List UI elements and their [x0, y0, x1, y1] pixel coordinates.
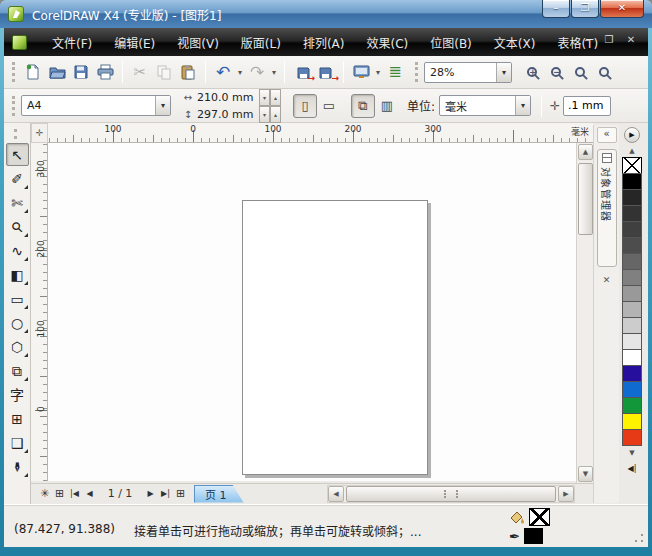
vertical-scroll-thumb[interactable] [578, 163, 593, 235]
paper-height-value[interactable]: 297.0 mm [195, 108, 257, 121]
docker-collapse-button[interactable]: « [597, 127, 617, 143]
menu-item-7[interactable]: 位图(B) [419, 30, 483, 55]
zoom-tool[interactable]: ⚲ [6, 215, 29, 238]
maximize-button[interactable]: ❐ [571, 0, 599, 18]
cut-button[interactable]: ✂ [128, 59, 152, 85]
zoom-combo-dropdown[interactable]: ▾ [496, 63, 511, 82]
color-swatch[interactable] [622, 269, 642, 286]
launcher-dropdown[interactable]: ▾ [373, 59, 383, 85]
shape-tool[interactable]: ✐ [6, 167, 29, 190]
color-swatch[interactable] [622, 253, 642, 270]
landscape-orientation-button[interactable]: ▭ [317, 94, 341, 118]
ruler-origin[interactable]: ✛ [31, 123, 48, 143]
eyedropper-tool[interactable]: ✒ [6, 455, 29, 478]
palette-flyout-button[interactable]: ▶ [624, 127, 640, 143]
ellipse-tool[interactable]: ○ [6, 311, 29, 334]
crop-tool[interactable]: ✄ [6, 191, 29, 214]
add-page-after-button[interactable]: ⊞ [173, 486, 188, 502]
previous-page-button[interactable]: ◀ [82, 486, 97, 502]
vertical-ruler[interactable]: 3002001000 [31, 143, 48, 481]
color-swatch[interactable] [622, 317, 642, 334]
undo-dropdown[interactable]: ▾ [235, 59, 245, 85]
navigator-icon[interactable]: ✳ [37, 486, 52, 502]
menu-item-6[interactable]: 效果(C) [355, 30, 419, 55]
color-swatch[interactable] [622, 365, 642, 382]
scroll-left-button[interactable]: ◀ [328, 486, 344, 502]
save-button[interactable] [69, 59, 93, 85]
page-1-tab[interactable]: 页 1 [194, 485, 244, 503]
paste-button[interactable] [176, 59, 200, 85]
color-swatch[interactable] [622, 413, 642, 430]
units-dropdown[interactable]: ▾ [515, 96, 530, 115]
zoom-out-button[interactable]: − [544, 59, 568, 85]
application-launcher-button[interactable] [349, 59, 373, 85]
paper-size-combobox[interactable]: A4 ▾ [21, 95, 171, 116]
menu-item-2[interactable]: 编辑(E) [103, 30, 166, 55]
width-spin-down[interactable]: ▾ [259, 89, 270, 106]
drawing-canvas[interactable] [48, 143, 576, 481]
open-button[interactable] [45, 59, 69, 85]
pick-tool[interactable]: ↖ [6, 143, 29, 166]
next-page-button[interactable]: ▶ [143, 486, 158, 502]
portrait-orientation-button[interactable]: ▯ [293, 94, 317, 118]
palette-scroll-up-button[interactable]: ▲ [623, 145, 641, 157]
palette-expand-button[interactable]: ◀| [623, 461, 641, 475]
horizontal-scroll-thumb[interactable] [346, 486, 556, 502]
toolbar-grip[interactable] [12, 96, 15, 116]
paper-size-dropdown[interactable]: ▾ [155, 96, 170, 115]
docker-tab-object-manager[interactable]: 对象管理器 [597, 149, 617, 267]
scroll-right-button[interactable]: ▶ [558, 486, 574, 502]
undo-button[interactable]: ↶ [211, 59, 235, 85]
print-button[interactable] [93, 59, 117, 85]
menu-item-1[interactable]: 文件(F) [41, 30, 103, 55]
zoom-in-button[interactable]: + [520, 59, 544, 85]
options-button[interactable]: ≣ [383, 59, 407, 85]
zoom-level-combobox[interactable]: 28% ▾ [424, 62, 512, 83]
height-spin-down[interactable]: ▾ [259, 106, 270, 123]
export-button[interactable]: → [314, 59, 338, 85]
color-swatch[interactable] [622, 301, 642, 318]
last-page-button[interactable]: ▶| [158, 486, 173, 502]
rectangle-tool[interactable]: ▭ [6, 287, 29, 310]
smart-fill-tool[interactable]: ◧ [6, 263, 29, 286]
color-swatch[interactable] [622, 333, 642, 350]
add-page-before-button[interactable]: ⊞ [52, 486, 67, 502]
color-swatch[interactable] [622, 237, 642, 254]
new-document-button[interactable] [21, 59, 45, 85]
vertical-scrollbar[interactable]: ▲ ▼ [576, 143, 593, 483]
height-spin-up[interactable]: ▴ [270, 106, 281, 123]
polygon-tool[interactable]: ⬡ [6, 335, 29, 358]
mdi-close-button[interactable]: ✕ [624, 34, 638, 45]
color-swatch[interactable] [622, 205, 642, 222]
title-bar[interactable]: CorelDRAW X4 (专业版) - [图形1] – ❐ ✕ [0, 0, 652, 28]
color-swatch[interactable] [622, 173, 642, 190]
freehand-tool[interactable]: ∿ [6, 239, 29, 262]
resize-grip[interactable] [634, 533, 644, 543]
color-swatch[interactable] [622, 349, 642, 366]
menu-item-4[interactable]: 版面(L) [230, 30, 292, 55]
mdi-minimize-button[interactable]: – [580, 34, 594, 45]
horizontal-ruler[interactable]: 毫米 1000100200300 [48, 123, 593, 143]
toolbar-grip[interactable] [12, 62, 15, 82]
redo-button[interactable]: ↷ [245, 59, 269, 85]
color-swatch[interactable] [622, 397, 642, 414]
color-swatch[interactable] [622, 221, 642, 238]
table-tool[interactable]: ⊞ [6, 407, 29, 430]
color-swatch[interactable] [622, 429, 642, 446]
scroll-down-button[interactable]: ▼ [578, 466, 593, 482]
no-color-swatch[interactable] [622, 157, 642, 174]
palette-scroll-down-button[interactable]: ▼ [623, 447, 641, 459]
all-pages-button[interactable]: ⧉ [351, 94, 375, 118]
zoom-to-selection-button[interactable] [568, 59, 592, 85]
blend-tool[interactable]: ❑ [6, 431, 29, 454]
color-swatch[interactable] [622, 189, 642, 206]
minimize-button[interactable]: – [542, 0, 570, 18]
color-swatch[interactable] [622, 285, 642, 302]
units-combobox[interactable]: 毫米 ▾ [439, 95, 531, 116]
menu-item-5[interactable]: 排列(A) [292, 30, 356, 55]
first-page-button[interactable]: |◀ [67, 486, 82, 502]
toolbar-grip[interactable] [415, 62, 418, 82]
page-area[interactable] [242, 200, 428, 475]
import-button[interactable]: → [290, 59, 314, 85]
horizontal-scrollbar[interactable]: ◀ ▶ [327, 485, 575, 503]
